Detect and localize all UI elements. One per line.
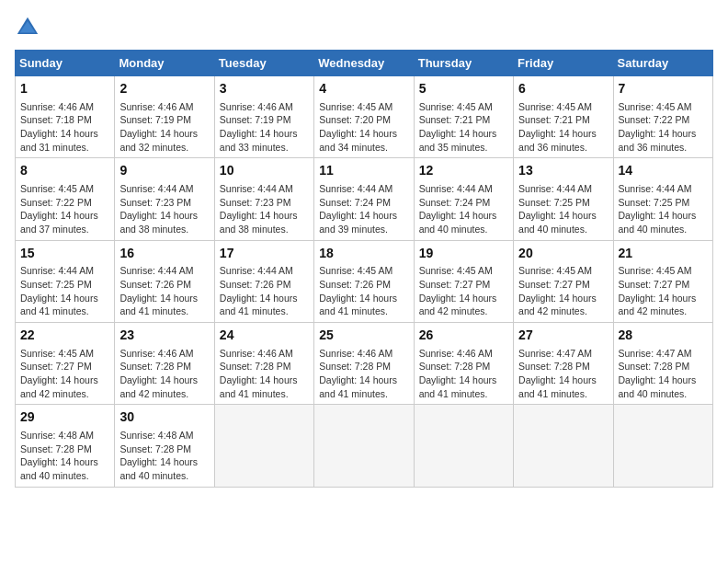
calendar-cell: 19Sunrise: 4:45 AMSunset: 7:27 PMDayligh… [414,240,513,322]
day-info: Sunrise: 4:45 AMSunset: 7:21 PMDaylight:… [419,100,508,155]
day-number: 18 [319,245,408,263]
daylight-text-2: and 41 minutes. [20,304,109,318]
daylight-text-2: and 41 minutes. [319,304,408,318]
day-number: 4 [319,80,408,98]
daylight-text-2: and 42 minutes. [119,387,209,401]
day-number: 28 [619,327,708,345]
day-info: Sunrise: 4:45 AMSunset: 7:27 PMDaylight:… [619,264,708,318]
sunset-text: Sunset: 7:23 PM [119,196,209,210]
sunrise-text: Sunrise: 4:46 AM [220,347,309,361]
daylight-text-2: and 40 minutes. [20,469,109,483]
calendar-cell: 4Sunrise: 4:45 AMSunset: 7:20 PMDaylight… [314,76,414,158]
logo [15,15,44,40]
sunrise-text: Sunrise: 4:45 AM [518,100,608,114]
calendar-week-row: 29Sunrise: 4:48 AMSunset: 7:28 PMDayligh… [16,405,713,487]
sunset-text: Sunset: 7:28 PM [518,360,608,373]
day-info: Sunrise: 4:45 AMSunset: 7:27 PMDaylight:… [20,347,109,401]
daylight-text: Daylight: 14 hours [518,209,608,223]
day-number: 8 [20,162,109,180]
day-number: 27 [518,327,608,345]
daylight-text-2: and 40 minutes. [619,387,708,401]
calendar-cell: 23Sunrise: 4:46 AMSunset: 7:28 PMDayligh… [115,323,214,405]
col-tuesday: Tuesday [214,51,313,76]
day-number: 17 [220,245,309,263]
daylight-text: Daylight: 14 hours [119,455,209,469]
day-number: 7 [619,80,708,98]
sunset-text: Sunset: 7:18 PM [20,113,109,127]
day-number: 15 [20,245,109,263]
sunrise-text: Sunrise: 4:45 AM [319,264,408,278]
day-number: 16 [119,245,209,263]
daylight-text-2: and 34 minutes. [319,141,408,155]
sunrise-text: Sunrise: 4:45 AM [419,264,508,278]
daylight-text: Daylight: 14 hours [518,292,608,305]
sunrise-text: Sunrise: 4:44 AM [220,264,309,278]
sunset-text: Sunset: 7:25 PM [20,278,109,292]
sunset-text: Sunset: 7:25 PM [619,196,708,210]
calendar-cell: 2Sunrise: 4:46 AMSunset: 7:19 PMDaylight… [115,76,214,158]
calendar-cell: 14Sunrise: 4:44 AMSunset: 7:25 PMDayligh… [613,158,712,240]
sunset-text: Sunset: 7:28 PM [220,360,309,373]
sunrise-text: Sunrise: 4:47 AM [518,347,608,361]
daylight-text-2: and 41 minutes. [220,304,309,318]
daylight-text-2: and 41 minutes. [319,387,408,401]
calendar-cell [613,405,712,487]
sunrise-text: Sunrise: 4:46 AM [119,100,209,114]
sunset-text: Sunset: 7:27 PM [619,278,708,292]
sunset-text: Sunset: 7:21 PM [419,113,508,127]
day-info: Sunrise: 4:46 AMSunset: 7:19 PMDaylight:… [119,100,209,155]
daylight-text: Daylight: 14 hours [220,209,309,223]
sunset-text: Sunset: 7:28 PM [619,360,708,373]
day-number: 6 [518,80,608,98]
daylight-text: Daylight: 14 hours [119,373,209,387]
day-info: Sunrise: 4:46 AMSunset: 7:28 PMDaylight:… [220,347,309,401]
daylight-text-2: and 42 minutes. [20,387,109,401]
daylight-text: Daylight: 14 hours [20,373,109,387]
day-info: Sunrise: 4:48 AMSunset: 7:28 PMDaylight:… [20,429,109,483]
sunrise-text: Sunrise: 4:44 AM [319,182,408,196]
calendar-cell: 7Sunrise: 4:45 AMSunset: 7:22 PMDaylight… [613,76,712,158]
day-number: 21 [619,245,708,263]
sunset-text: Sunset: 7:27 PM [20,360,109,373]
day-info: Sunrise: 4:47 AMSunset: 7:28 PMDaylight:… [518,347,608,401]
daylight-text-2: and 39 minutes. [319,223,408,236]
daylight-text-2: and 41 minutes. [119,304,209,318]
sunset-text: Sunset: 7:28 PM [319,360,408,373]
calendar-week-row: 15Sunrise: 4:44 AMSunset: 7:25 PMDayligh… [16,240,713,322]
daylight-text-2: and 32 minutes. [119,141,209,155]
logo-icon [15,15,40,40]
day-info: Sunrise: 4:44 AMSunset: 7:24 PMDaylight:… [319,182,408,236]
calendar-cell: 6Sunrise: 4:45 AMSunset: 7:21 PMDaylight… [514,76,613,158]
sunrise-text: Sunrise: 4:45 AM [419,100,508,114]
calendar-cell: 20Sunrise: 4:45 AMSunset: 7:27 PMDayligh… [514,240,613,322]
daylight-text: Daylight: 14 hours [419,127,508,141]
sunrise-text: Sunrise: 4:46 AM [220,100,309,114]
day-info: Sunrise: 4:44 AMSunset: 7:26 PMDaylight:… [119,264,209,318]
daylight-text: Daylight: 14 hours [220,127,309,141]
calendar-cell: 11Sunrise: 4:44 AMSunset: 7:24 PMDayligh… [314,158,414,240]
sunrise-text: Sunrise: 4:46 AM [20,100,109,114]
calendar-cell [514,405,613,487]
day-info: Sunrise: 4:44 AMSunset: 7:23 PMDaylight:… [220,182,309,236]
calendar-cell [414,405,513,487]
calendar-cell: 24Sunrise: 4:46 AMSunset: 7:28 PMDayligh… [214,323,313,405]
daylight-text-2: and 36 minutes. [619,141,708,155]
sunrise-text: Sunrise: 4:44 AM [119,182,209,196]
daylight-text: Daylight: 14 hours [319,127,408,141]
calendar-cell: 22Sunrise: 4:45 AMSunset: 7:27 PMDayligh… [16,323,115,405]
day-info: Sunrise: 4:44 AMSunset: 7:24 PMDaylight:… [419,182,508,236]
sunset-text: Sunset: 7:23 PM [220,196,309,210]
calendar-cell: 27Sunrise: 4:47 AMSunset: 7:28 PMDayligh… [514,323,613,405]
sunset-text: Sunset: 7:26 PM [319,278,408,292]
day-info: Sunrise: 4:45 AMSunset: 7:21 PMDaylight:… [518,100,608,155]
day-number: 1 [20,80,109,98]
calendar-cell [214,405,313,487]
sunset-text: Sunset: 7:24 PM [419,196,508,210]
sunset-text: Sunset: 7:22 PM [619,113,708,127]
day-info: Sunrise: 4:46 AMSunset: 7:18 PMDaylight:… [20,100,109,155]
sunrise-text: Sunrise: 4:44 AM [619,182,708,196]
daylight-text-2: and 33 minutes. [220,141,309,155]
calendar-cell: 29Sunrise: 4:48 AMSunset: 7:28 PMDayligh… [16,405,115,487]
col-monday: Monday [115,51,214,76]
sunrise-text: Sunrise: 4:45 AM [619,100,708,114]
